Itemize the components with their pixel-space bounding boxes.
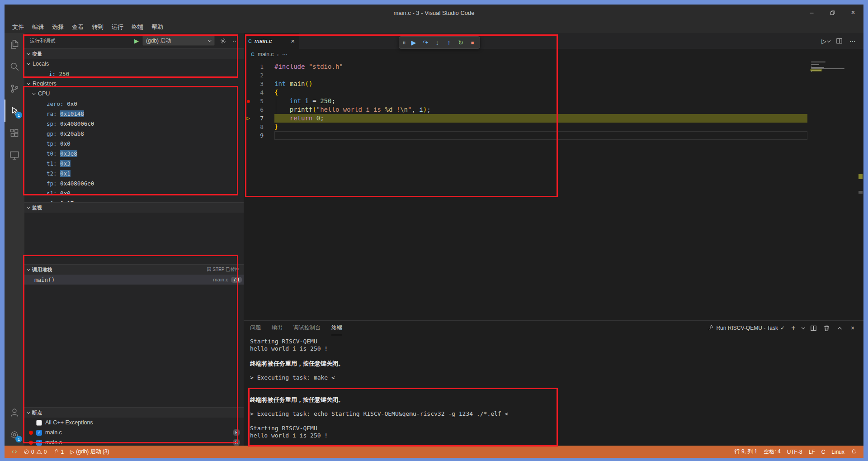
breakpoint-row[interactable]: ✓main.c5 [24,428,244,437]
code-line[interactable]: ●5 int i = 250; [244,97,807,105]
remote-indicator[interactable] [8,446,20,458]
activity-item-remote-explorer[interactable] [5,144,24,166]
current-line-arrow-icon[interactable]: ▷ [244,114,253,123]
menu-item[interactable]: 转到 [88,21,108,33]
gutter-cell[interactable] [244,105,253,114]
overview-ruler[interactable] [857,60,863,320]
breakpoint-icon[interactable]: ● [244,97,253,105]
activity-item-accounts[interactable] [5,401,24,423]
stop-button[interactable]: ■ [467,37,478,48]
variables-pane-header[interactable]: 变量 [24,49,244,59]
register-row[interactable]: sp: 0x408006c0 [24,119,244,128]
register-row[interactable]: t1: 0x3 [24,158,244,168]
code-line[interactable]: 3int main() [244,80,807,88]
register-row[interactable]: ra: 0x10148 [24,109,244,119]
code-line[interactable]: 8} [244,123,807,131]
indentation-status[interactable]: 空格: 4 [760,446,783,458]
run-or-debug-button[interactable]: ▷ [821,38,830,45]
gutter-cell[interactable] [244,80,253,88]
breakpoint-checkbox[interactable]: ✓ [36,440,42,446]
code-line[interactable]: ▷7 return 0; [244,114,807,123]
activity-item-extensions[interactable] [5,122,24,144]
code-line[interactable]: 1#include "stdio.h" [244,62,807,71]
menu-item[interactable]: 编辑 [28,21,48,33]
gutter-cell[interactable] [244,131,253,140]
menu-item[interactable]: 帮助 [147,21,167,33]
terminal-task-select[interactable]: Run RISCV-QEMU - Task ✓ [708,325,785,331]
language-mode[interactable]: C [818,446,829,458]
activity-item-settings[interactable]: 1 [5,423,24,446]
panel-tab[interactable]: 终端 [331,321,342,335]
continue-button[interactable]: ▶ [408,37,419,48]
notifications-button[interactable] [848,446,860,458]
watch-pane-header[interactable]: 监视 [24,203,244,213]
register-row[interactable]: tp: 0x0 [24,138,244,148]
maximize-panel-button[interactable] [835,323,844,333]
split-terminal-button[interactable] [809,323,818,333]
eol-status[interactable]: LF [806,446,818,458]
gutter-cell[interactable] [244,88,253,97]
menu-item[interactable]: 终端 [127,21,147,33]
code-editor[interactable]: 1#include "stdio.h"23int main()4{●5 int … [244,60,863,320]
panel-tab[interactable]: 输出 [272,321,283,335]
variables-scope-locals[interactable]: Locals [24,59,244,69]
code-line[interactable]: 6 printf("hello world i is %d !\n", i); [244,105,807,114]
kill-terminal-button[interactable] [822,323,831,333]
stack-frame[interactable]: main() main.c 7:1 [24,275,244,285]
tasks-status[interactable]: 1 [50,446,67,458]
tab-close-button[interactable]: × [291,37,295,45]
editor-more-actions-button[interactable]: ⋯ [848,37,857,46]
chevron-down-icon[interactable] [802,325,805,329]
close-button[interactable]: × [843,5,863,21]
split-editor-button[interactable] [835,37,844,46]
variables-group-cpu[interactable]: CPU [24,89,244,99]
restore-button[interactable] [822,5,843,21]
debug-settings-button[interactable] [218,36,227,45]
close-panel-button[interactable]: × [848,323,857,333]
activity-item-source-control[interactable] [5,77,24,100]
register-row[interactable]: a0: 0x17 [24,198,244,202]
gutter-cell[interactable] [244,62,253,71]
activity-item-explorer[interactable] [5,33,24,55]
tab-main-c[interactable]: C main.c × [244,33,300,49]
debug-config-select[interactable]: (gdb) 启动 [142,36,215,46]
os-indicator[interactable]: Linux [828,446,848,458]
encoding-status[interactable]: UTF-8 [784,446,806,458]
register-row[interactable]: t2: 0x1 [24,168,244,178]
breakpoint-row[interactable]: All C++ Exceptions [24,418,244,428]
register-row[interactable]: t0: 0x3e8 [24,148,244,158]
restart-button[interactable]: ↻ [455,37,466,48]
problems-status[interactable]: 0 0 [20,446,50,458]
activity-item-search[interactable] [5,55,24,77]
cursor-position[interactable]: 行 9, 列 1 [731,446,761,458]
breadcrumb-file[interactable]: main.c [258,51,274,57]
code-line[interactable]: 2 [244,71,807,80]
register-row[interactable]: fp: 0x408006e0 [24,178,244,188]
menu-item[interactable]: 文件 [8,21,28,33]
code-line[interactable]: 4{ [244,88,807,97]
debug-session-status[interactable]: ▷ (gdb) 启动 (3) [67,446,113,458]
minimize-button[interactable] [801,5,822,21]
menu-item[interactable]: 选择 [48,21,68,33]
code-line[interactable]: 9 [244,131,807,140]
breadcrumb[interactable]: C main.c › ⋯ [244,49,863,60]
panel-tab[interactable]: 调试控制台 [293,321,321,335]
register-row[interactable]: zero: 0x0 [24,99,244,109]
step-over-button[interactable]: ↷ [420,37,431,48]
breakpoint-checkbox[interactable] [36,420,42,426]
variables-scope-registers[interactable]: Registers [24,79,244,89]
step-into-button[interactable]: ↓ [432,37,443,48]
register-row[interactable]: gp: 0x20ab8 [24,128,244,138]
breakpoint-row[interactable]: ✓main.c5 [24,437,244,446]
register-row[interactable]: s1: 0x0 [24,188,244,198]
toolbar-drag-handle[interactable]: ⠿ [401,37,407,48]
breakpoints-pane-header[interactable]: 断点 [24,408,244,418]
terminal-output[interactable]: Starting RISCV-QEMUhello world i is 250 … [244,335,863,446]
activity-item-run-debug[interactable]: 1 [5,100,24,122]
start-debug-button[interactable]: ▶ [134,38,139,44]
breadcrumb-symbol[interactable]: ⋯ [282,51,288,57]
step-out-button[interactable]: ↑ [443,37,454,48]
views-more-button[interactable]: ⋯ [231,36,240,45]
menu-item[interactable]: 查看 [68,21,88,33]
variable-row[interactable]: i: 250 [24,69,244,79]
